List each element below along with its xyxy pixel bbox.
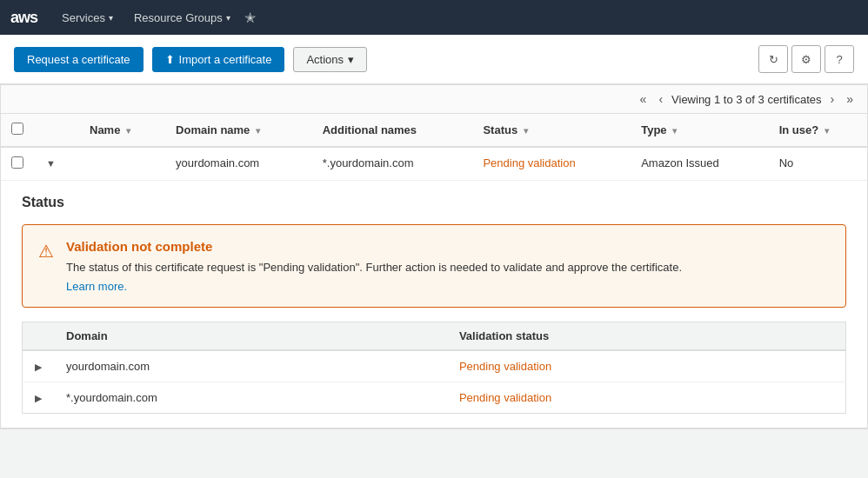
header-checkbox-col: [1, 114, 36, 147]
warning-content: Validation not complete The status of th…: [66, 239, 682, 293]
request-certificate-button[interactable]: Request a certificate: [14, 47, 144, 72]
validation-domain-cell: yourdomain.com: [54, 350, 447, 382]
refresh-button[interactable]: ↻: [758, 45, 788, 73]
validation-expand-icon[interactable]: ▶: [35, 393, 42, 403]
import-cert-label: Import a certificate: [179, 53, 272, 66]
refresh-icon: ↻: [769, 53, 778, 66]
favorites-icon[interactable]: ✭: [244, 10, 256, 26]
next-page-button[interactable]: ›: [827, 90, 838, 108]
row-expand-cell[interactable]: ▼: [36, 147, 79, 181]
expand-icon[interactable]: ▼: [46, 158, 56, 169]
warning-body-text: The status of this certificate request i…: [66, 261, 682, 274]
warning-triangle-icon: ⚠: [38, 241, 54, 293]
table-row[interactable]: ▼ yourdomain.com *.yourdomain.com Pendin…: [1, 147, 867, 181]
aws-logo[interactable]: aws: [10, 9, 37, 27]
header-additional-names: Additional names: [312, 114, 473, 147]
validation-expand-icon[interactable]: ▶: [35, 362, 42, 372]
header-domain-name[interactable]: Domain name ▾: [165, 114, 312, 147]
row-in-use: No: [779, 156, 794, 169]
warning-title: Validation not complete: [66, 239, 682, 254]
validation-header-domain: Domain: [54, 322, 447, 350]
detail-cell: Status ⚠ Validation not complete The sta…: [1, 181, 867, 428]
type-sort-icon: ▾: [672, 126, 677, 136]
row-status: Pending validation: [483, 156, 575, 169]
top-navigation: aws Services ▾ Resource Groups ▾ ✭: [0, 0, 868, 35]
settings-button[interactable]: ⚙: [791, 45, 821, 73]
validation-status-cell: Pending validation: [447, 350, 846, 382]
actions-button[interactable]: Actions ▾: [293, 47, 367, 72]
name-sort-icon: ▾: [126, 126, 130, 136]
detail-section-title: Status: [22, 195, 846, 210]
validation-table: Domain Validation status ▶ yourdomain.co…: [22, 322, 846, 414]
row-checkbox[interactable]: [11, 156, 23, 169]
aws-logo-text: aws: [10, 9, 37, 27]
row-status-cell: Pending validation: [472, 147, 631, 181]
actions-caret: ▾: [348, 53, 354, 66]
validation-status-cell: Pending validation: [447, 382, 846, 413]
toolbar-right-icons: ↻ ⚙ ?: [758, 45, 854, 73]
toolbar: Request a certificate ⬆ Import a certifi…: [0, 35, 868, 84]
row-checkbox-cell: [1, 147, 36, 181]
warning-box: ⚠ Validation not complete The status of …: [22, 224, 846, 308]
pagination-text: Viewing 1 to 3 of 3 certificates: [671, 93, 821, 106]
services-caret: ▾: [109, 13, 113, 23]
validation-expand-cell[interactable]: ▶: [23, 350, 55, 382]
certificates-table-container: Name ▾ Domain name ▾ Additional names St…: [0, 113, 868, 429]
header-status[interactable]: Status ▾: [472, 114, 631, 147]
warning-body: The status of this certificate request i…: [66, 259, 682, 276]
status-sort-icon: ▾: [524, 126, 528, 136]
help-icon: ?: [836, 53, 842, 66]
gear-icon: ⚙: [801, 53, 811, 66]
learn-more-link[interactable]: Learn more.: [66, 280, 127, 293]
validation-domain-cell: *.yourdomain.com: [54, 382, 447, 413]
main-content: « ‹ Viewing 1 to 3 of 3 certificates › »…: [0, 84, 868, 429]
import-certificate-button[interactable]: ⬆ Import a certificate: [152, 47, 285, 72]
resource-groups-caret: ▾: [226, 13, 230, 23]
validation-table-row: ▶ *.yourdomain.com Pending validation: [23, 382, 846, 413]
header-type[interactable]: Type ▾: [631, 114, 769, 147]
row-domain-cell: yourdomain.com: [165, 147, 312, 181]
detail-section: Status ⚠ Validation not complete The sta…: [1, 181, 867, 428]
actions-label: Actions: [306, 53, 344, 66]
domain-sort-icon: ▾: [256, 126, 260, 136]
inuse-sort-icon: ▾: [825, 126, 829, 136]
help-button[interactable]: ?: [825, 45, 854, 73]
row-type-cell: Amazon Issued: [631, 147, 769, 181]
validation-header-status: Validation status: [447, 322, 846, 350]
header-in-use[interactable]: In use? ▾: [769, 114, 867, 147]
select-all-checkbox[interactable]: [11, 123, 23, 135]
validation-header-row: Domain Validation status: [23, 322, 846, 350]
certificates-table: Name ▾ Domain name ▾ Additional names St…: [1, 114, 867, 428]
header-name[interactable]: Name ▾: [79, 114, 165, 147]
services-label: Services: [62, 11, 105, 24]
row-type: Amazon Issued: [641, 156, 719, 169]
import-icon: ⬆: [165, 53, 175, 66]
validation-table-row: ▶ yourdomain.com Pending validation: [23, 350, 846, 382]
row-domain: yourdomain.com: [176, 156, 259, 169]
row-in-use-cell: No: [769, 147, 867, 181]
resource-groups-label: Resource Groups: [134, 11, 223, 24]
request-cert-label: Request a certificate: [27, 53, 130, 66]
row-additional-names-cell: *.yourdomain.com: [312, 147, 473, 181]
pagination-bar: « ‹ Viewing 1 to 3 of 3 certificates › »: [0, 84, 868, 113]
services-nav-link[interactable]: Services ▾: [55, 0, 120, 35]
header-expand-col: [36, 114, 79, 147]
validation-expand-cell[interactable]: ▶: [23, 382, 55, 413]
detail-row: Status ⚠ Validation not complete The sta…: [1, 181, 867, 428]
prev-page-button[interactable]: ‹: [655, 90, 666, 108]
last-page-button[interactable]: »: [843, 90, 857, 108]
validation-header-expand: [23, 322, 55, 350]
first-page-button[interactable]: «: [637, 90, 651, 108]
resource-groups-nav-link[interactable]: Resource Groups ▾: [127, 0, 237, 35]
row-additional-names: *.yourdomain.com: [323, 156, 414, 169]
row-name-cell: [79, 147, 165, 181]
table-header-row: Name ▾ Domain name ▾ Additional names St…: [1, 114, 867, 147]
